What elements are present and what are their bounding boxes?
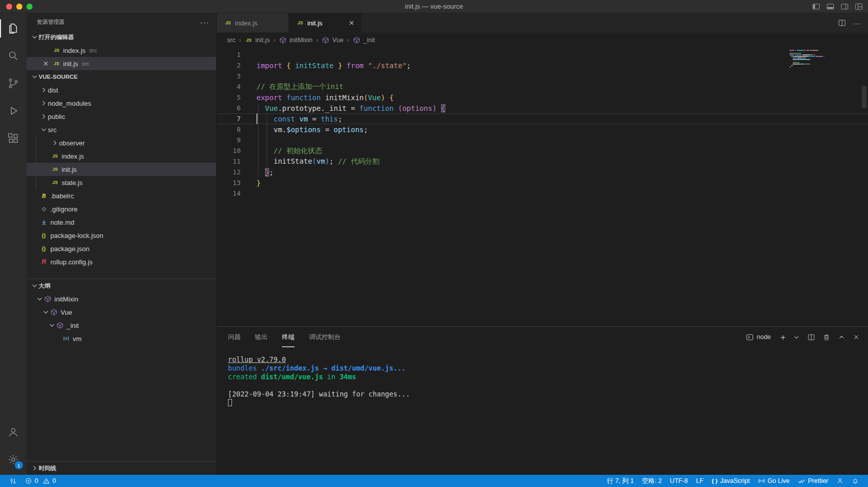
code-line-2[interactable]: 2import { initState } from "./state";: [217, 60, 868, 71]
panel-tab-输出[interactable]: 输出: [255, 327, 268, 347]
breadcrumb-item-Vue[interactable]: Vue: [322, 36, 343, 44]
line-number: 12: [217, 168, 241, 176]
close-icon[interactable]: [42, 59, 50, 68]
terminal-output[interactable]: rollup v2.79.0bundles ./src/index.js → d…: [217, 347, 868, 407]
line-number: 8: [217, 126, 241, 133]
toggle-secondary-sidebar-icon[interactable]: [841, 3, 849, 11]
toggle-sidebar-icon[interactable]: [812, 3, 820, 11]
split-terminal-icon[interactable]: [807, 333, 815, 341]
code-line-14[interactable]: 14: [217, 188, 868, 199]
outline-item-_init[interactable]: _init: [26, 319, 216, 332]
status-encoding[interactable]: UTF-8: [666, 475, 692, 487]
tab-index.js[interactable]: JSindex.js: [217, 13, 289, 33]
tree-file-init.js[interactable]: JSinit.js: [26, 163, 216, 176]
minimap-line: [790, 62, 836, 63]
editor-more-actions-icon[interactable]: ···: [853, 19, 861, 27]
code-line-11[interactable]: 11 initState(vm); // 代码分割: [217, 156, 868, 167]
close-tab-icon[interactable]: [348, 19, 356, 27]
code-line-13[interactable]: 13}: [217, 177, 868, 188]
tree-file-rollup.config.js[interactable]: Rrollup.config.js: [26, 255, 216, 268]
timeline-header[interactable]: 时间线: [26, 462, 216, 475]
editor-scrollbar[interactable]: [862, 86, 866, 108]
breadcrumb-item-_init[interactable]: _init: [353, 36, 375, 44]
tree-folder-public[interactable]: public: [26, 110, 216, 123]
tree-folder-dist[interactable]: dist: [26, 83, 216, 97]
tree-file-.gitignore[interactable]: .gitignore: [26, 202, 216, 216]
terminal-dropdown-icon[interactable]: [793, 334, 800, 341]
kill-terminal-icon[interactable]: [823, 333, 830, 341]
status-go-live[interactable]: Go Live: [754, 475, 794, 487]
activity-extensions-icon[interactable]: [0, 126, 26, 150]
outline-item-initMixin[interactable]: initMixin: [26, 292, 216, 306]
tweaks-indicator[interactable]: [5, 475, 21, 487]
bell-icon: [852, 477, 859, 484]
activity-search-icon[interactable]: [0, 44, 26, 68]
toggle-panel-icon[interactable]: [826, 3, 834, 11]
panel-tab-终端[interactable]: 终端: [282, 327, 295, 347]
status-cursor-position[interactable]: 行 7, 列 1: [603, 475, 638, 487]
split-editor-icon[interactable]: [838, 19, 846, 27]
code-line-6[interactable]: 6 Vue.prototype._init = function (option…: [217, 103, 868, 113]
status-indentation[interactable]: 空格: 2: [638, 475, 666, 487]
js-icon: JS: [51, 178, 59, 187]
status-bar-right: 行 7, 列 1空格: 2UTF-8LF{ }JavaScriptGo Live…: [603, 475, 863, 487]
tab-init.js[interactable]: JSinit.js: [289, 13, 361, 33]
minimap[interactable]: [790, 48, 836, 70]
close-panel-icon[interactable]: [853, 333, 860, 341]
open-editor-item[interactable]: JSindex.jssrc: [26, 44, 216, 57]
open-editor-item[interactable]: JSinit.jssrc: [26, 57, 216, 70]
code-editor[interactable]: 12import { initState } from "./state";34…: [217, 47, 868, 326]
minimap-line: [790, 68, 836, 69]
tree-file-note.md[interactable]: note.md: [26, 216, 216, 229]
panel-tab-调试控制台[interactable]: 调试控制台: [309, 327, 341, 347]
activity-accounts-icon[interactable]: [0, 420, 26, 444]
maximize-panel-icon[interactable]: [838, 333, 845, 341]
tree-file-.babelrc[interactable]: B.babelrc: [26, 189, 216, 202]
tree-file-package-lock.json[interactable]: {}package-lock.json: [26, 229, 216, 242]
outline-header[interactable]: 大纲: [26, 279, 216, 292]
code-line-8[interactable]: 8 vm.$options = options;: [217, 124, 868, 135]
activity-settings-icon[interactable]: 1: [0, 447, 26, 472]
code-line-12[interactable]: 12 };: [217, 167, 868, 177]
activity-source-control-icon[interactable]: [0, 71, 26, 96]
code-line-1[interactable]: 1: [217, 49, 868, 60]
problems-indicator[interactable]: 0 0: [21, 475, 60, 487]
more-actions-icon[interactable]: ···: [200, 18, 209, 26]
code-line-5[interactable]: 5export function initMixin(Vue) {: [217, 92, 868, 103]
status-feedback[interactable]: [832, 475, 848, 487]
code-line-4[interactable]: 4// 在原型上添加一个init: [217, 81, 868, 92]
new-terminal-button[interactable]: +: [780, 333, 786, 341]
editor-group: JSindex.jsJSinit.js ··· src›JSinit.js›in…: [217, 13, 868, 475]
breadcrumbs: src›JSinit.js›initMixin›Vue›_init: [217, 33, 868, 47]
activity-run-debug-icon[interactable]: [0, 99, 26, 123]
tree-file-state.js[interactable]: JSstate.js: [26, 176, 216, 189]
outline-item-Vue[interactable]: Vue: [26, 306, 216, 319]
tree-item-label: .babelrc: [50, 192, 74, 200]
status-language-mode[interactable]: { }JavaScript: [708, 475, 754, 487]
terminal-instance-item[interactable]: node: [746, 333, 771, 341]
code-line-10[interactable]: 10 // 初始化状态: [217, 145, 868, 156]
open-editors-header[interactable]: 打开的编辑器: [26, 31, 216, 44]
code-line-9[interactable]: 9: [217, 135, 868, 145]
status-eol[interactable]: LF: [692, 475, 708, 487]
project-root[interactable]: VUE-SOURCE: [26, 70, 216, 83]
panel-tab-问题[interactable]: 问题: [228, 327, 241, 347]
explorer-sidebar: 资源管理器 ··· 打开的编辑器JSindex.jssrcJSinit.jssr…: [26, 13, 217, 475]
status-prettier[interactable]: Prettier: [794, 475, 832, 487]
code-line-3[interactable]: 3: [217, 71, 868, 81]
breadcrumb-item-initMixin[interactable]: initMixin: [279, 36, 312, 44]
activity-bar: 1: [0, 13, 26, 475]
code-line-7[interactable]: 7 const vm = this;: [217, 113, 868, 124]
tree-folder-src[interactable]: src: [26, 123, 216, 136]
indent-guide: [36, 176, 36, 189]
tree-file-index.js[interactable]: JSindex.js: [26, 149, 216, 163]
outline-item-vm[interactable]: vm: [26, 332, 216, 345]
customize-layout-icon[interactable]: [855, 3, 863, 11]
tree-folder-observer[interactable]: observer: [26, 136, 216, 149]
tree-folder-node_modules[interactable]: node_modules: [26, 97, 216, 110]
breadcrumb-item-init.js[interactable]: JSinit.js: [245, 36, 270, 44]
breadcrumb-item-src[interactable]: src: [227, 37, 236, 44]
status-notifications[interactable]: [848, 475, 863, 487]
activity-explorer-icon[interactable]: [0, 16, 26, 41]
tree-file-package.json[interactable]: {}package.json: [26, 242, 216, 255]
